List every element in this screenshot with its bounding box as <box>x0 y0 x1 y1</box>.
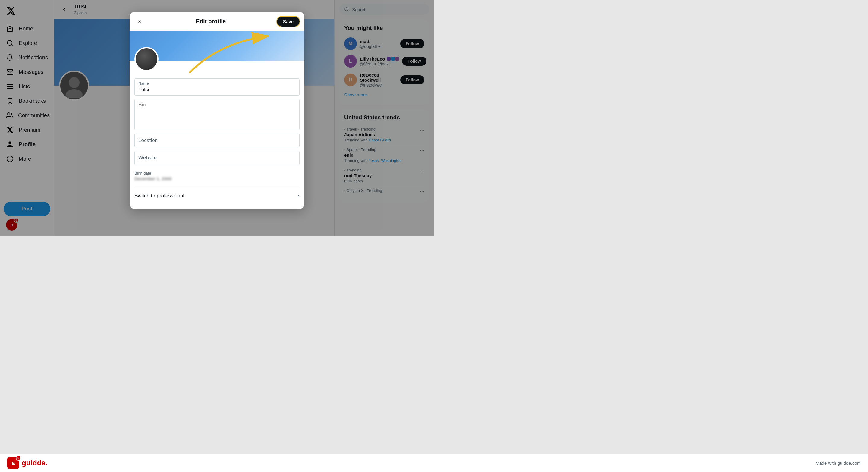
switch-professional-label: Switch to professional <box>134 193 184 199</box>
modal-avatar <box>134 47 158 71</box>
modal-overlay[interactable]: × Edit profile Save Name <box>0 0 434 236</box>
location-placeholder: Location <box>138 137 158 143</box>
website-placeholder: Website <box>138 155 157 161</box>
name-input[interactable] <box>138 87 296 93</box>
modal-header: × Edit profile Save <box>130 12 304 31</box>
name-field[interactable]: Name <box>134 78 300 96</box>
birth-date-section: Birth date December 1, 2000 <box>134 168 300 184</box>
app-container: Home Explore Notifications Messages <box>0 0 434 236</box>
birth-date-label: Birth date <box>134 171 300 176</box>
website-field[interactable]: Website <box>134 151 300 165</box>
birth-date-value: December 1, 2000 <box>134 176 300 181</box>
bio-field[interactable] <box>134 99 300 130</box>
modal-avatar-inner <box>135 48 157 70</box>
name-label: Name <box>138 81 296 86</box>
bio-textarea[interactable] <box>138 102 296 126</box>
edit-profile-modal: × Edit profile Save Name <box>130 12 304 209</box>
modal-title: Edit profile <box>196 18 226 25</box>
save-button[interactable]: Save <box>277 17 300 27</box>
switch-professional-row[interactable]: Switch to professional › <box>134 187 300 204</box>
chevron-right-icon: › <box>298 192 300 199</box>
modal-close-button[interactable]: × <box>134 16 145 27</box>
location-field[interactable]: Location <box>134 133 300 147</box>
modal-body: Name Location Website Birth date Decembe… <box>130 76 304 209</box>
